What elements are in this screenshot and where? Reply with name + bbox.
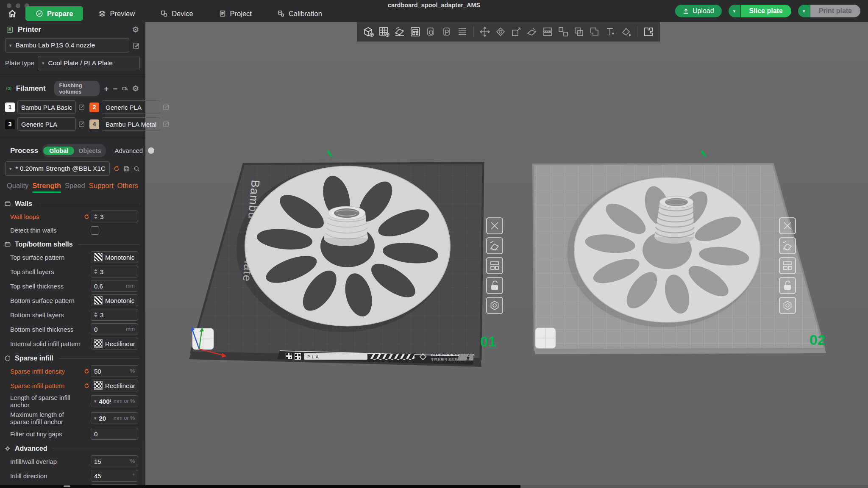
setting-row-bottom-shell-layers: Bottom shell layers 3 (0, 308, 145, 322)
tab-strength[interactable]: Strength (32, 182, 61, 193)
lay-on-face-icon[interactable] (526, 25, 538, 38)
delete-plate-icon[interactable] (487, 218, 503, 234)
text-tool-icon[interactable] (604, 25, 617, 38)
arrange-plate-icon[interactable] (487, 258, 503, 274)
plate-settings-icon[interactable] (487, 297, 503, 313)
plate-type-select[interactable]: ▾ Cool Plate / PLA Plate (38, 56, 140, 70)
infill-anchor-max-select[interactable]: ▾20mm or % (91, 412, 138, 424)
layers-icon[interactable] (456, 25, 469, 38)
lock-plate-icon[interactable] (779, 277, 796, 294)
edit-filament-4-icon[interactable] (163, 121, 170, 128)
edit-filament-1-icon[interactable] (78, 104, 85, 111)
plate-settings-icon[interactable] (779, 297, 796, 313)
wall-loops-input[interactable]: 3 (91, 211, 138, 222)
infill-direction-input[interactable]: 45° (91, 470, 138, 482)
top-shell-layers-input[interactable]: 3 (91, 266, 138, 277)
model-spool-adapter-1[interactable] (236, 166, 450, 332)
tab-others[interactable]: Others (117, 182, 138, 193)
top-surface-pattern-select[interactable]: Monotonic li... (91, 251, 138, 263)
tab-speed[interactable]: Speed (65, 182, 85, 193)
infill-anchor-length-select[interactable]: ▾400%mm or % (91, 395, 138, 407)
arrange-icon[interactable] (409, 25, 422, 38)
spinner-arrows-icon[interactable] (94, 214, 97, 219)
process-preset-select[interactable]: ▾ * 0.20mm Strength @BBL X1C (5, 161, 110, 176)
detect-thin-walls-checkbox[interactable]: ✓ (91, 226, 99, 235)
rotate-icon[interactable] (494, 25, 507, 38)
save-preset-icon[interactable] (123, 165, 130, 172)
slice-options-chevron-icon[interactable]: ▾ (729, 5, 740, 17)
search-settings-icon[interactable] (134, 165, 140, 172)
copy-icon[interactable] (425, 25, 437, 38)
reset-process-icon[interactable] (113, 165, 120, 172)
edit-printer-icon[interactable] (133, 42, 140, 49)
printer-preset-select[interactable]: ▾ Bambu Lab P1S 0.4 nozzle (5, 38, 129, 53)
filament-3-color-chip[interactable]: 3 (5, 119, 15, 129)
home-icon[interactable] (3, 6, 21, 21)
reset-icon[interactable] (82, 214, 91, 220)
move-icon[interactable] (479, 25, 491, 38)
upload-button[interactable]: Upload (675, 5, 722, 17)
mesh-boolean-icon[interactable] (588, 25, 601, 38)
bottom-surface-pattern-select[interactable]: Monotonic (91, 294, 138, 306)
printer-settings-gear-icon[interactable]: ⚙ (132, 26, 139, 33)
orient-plate-icon[interactable] (487, 238, 503, 254)
internal-solid-infill-pattern-select[interactable]: Rectilinear (91, 338, 138, 349)
spinner-arrows-icon[interactable] (94, 269, 97, 274)
spinner-arrows-icon[interactable] (94, 312, 97, 317)
filament-4-select[interactable]: Bambu PLA Metal (102, 117, 160, 131)
arrange-plate-icon[interactable] (779, 258, 796, 274)
add-filament-icon[interactable]: + (104, 85, 108, 93)
tab-device[interactable]: Device (150, 6, 203, 21)
filament-settings-gear-icon[interactable]: ⚙ (132, 85, 139, 92)
edit-filament-2-icon[interactable] (163, 104, 170, 111)
split-to-objects-icon[interactable] (557, 25, 570, 38)
bottom-shell-thickness-input[interactable]: 0mm (91, 323, 138, 335)
slice-plate-button[interactable]: Slice plate (741, 5, 791, 17)
reset-icon[interactable] (82, 368, 91, 374)
scale-icon[interactable] (510, 25, 523, 38)
print-options-chevron-icon[interactable]: ▾ (798, 5, 810, 17)
filament-3-select[interactable]: Generic PLA (17, 117, 76, 131)
cut-icon[interactable] (541, 25, 554, 38)
filament-1-color-chip[interactable]: 1 (5, 103, 15, 112)
infill-wall-overlap-input[interactable]: 15% (91, 455, 138, 467)
tab-prepare[interactable]: Prepare (25, 6, 83, 21)
assembly-view-icon[interactable] (642, 25, 655, 38)
plate-2-edit-pencil-icon[interactable] (701, 150, 707, 158)
model-spool-adapter-2[interactable] (568, 177, 760, 327)
tab-preview[interactable]: Preview (88, 6, 145, 21)
edit-filament-3-icon[interactable] (78, 121, 85, 128)
pattern-swatch-icon (94, 381, 103, 390)
scope-global-button[interactable]: Global (43, 147, 74, 155)
filament-1-select[interactable]: Bambu PLA Basic (17, 100, 76, 114)
scope-objects-button[interactable]: Objects (74, 147, 105, 155)
remove-filament-icon[interactable]: − (113, 85, 117, 93)
tab-project[interactable]: Project (209, 6, 262, 21)
reset-icon[interactable] (82, 383, 91, 389)
sparse-infill-density-input[interactable]: 50% (91, 365, 138, 377)
flushing-volumes-button[interactable]: Flushing volumes (54, 81, 100, 96)
sync-filament-icon[interactable] (122, 85, 128, 93)
split-to-parts-icon[interactable] (573, 25, 585, 38)
add-object-icon[interactable] (362, 25, 375, 38)
tab-calibration[interactable]: Calibration (267, 6, 332, 21)
top-shell-thickness-input[interactable]: 0.6mm (91, 280, 138, 292)
color-paint-icon[interactable] (620, 25, 632, 38)
bottom-shell-layers-input[interactable]: 3 (91, 309, 138, 321)
tab-support[interactable]: Support (89, 182, 114, 193)
auto-orient-icon[interactable] (393, 25, 406, 38)
sparse-infill-pattern-select[interactable]: Rectilinear (91, 380, 138, 391)
tab-quality[interactable]: Quality (7, 182, 28, 193)
lock-plate-icon[interactable] (487, 277, 503, 294)
filter-tiny-gaps-input[interactable]: 0 (91, 428, 138, 440)
plate-1-edit-pencil-icon[interactable] (327, 150, 334, 158)
filament-4-color-chip[interactable]: 4 (89, 119, 99, 129)
viewport-3d[interactable]: Bambu Cool Plate (145, 22, 868, 488)
print-plate-button[interactable]: Print plate (810, 5, 860, 17)
paste-icon[interactable] (440, 25, 453, 38)
filament-2-color-chip[interactable]: 2 (89, 103, 99, 112)
add-plate-icon[interactable] (378, 25, 390, 38)
delete-plate-icon[interactable] (779, 218, 796, 234)
orient-plate-icon[interactable] (779, 238, 796, 254)
filament-2-select[interactable]: Generic PLA (102, 100, 160, 114)
